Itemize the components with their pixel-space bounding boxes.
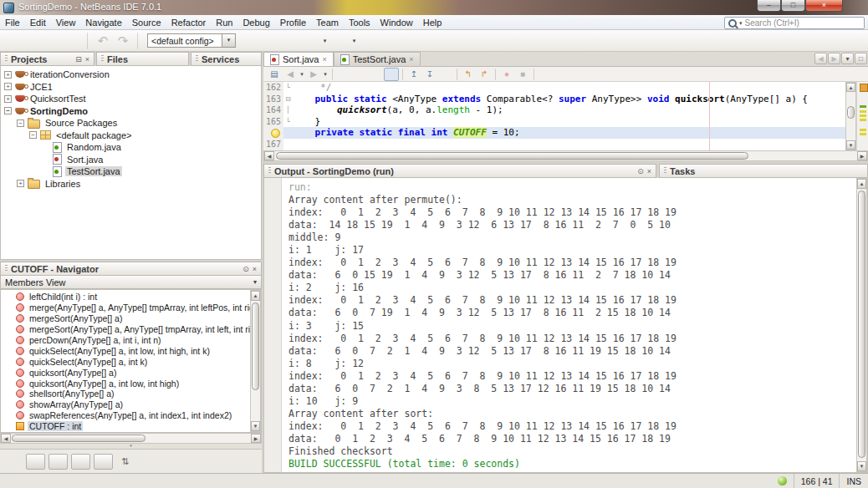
scroll-thumb[interactable] — [276, 152, 748, 160]
scroll-right-icon[interactable]: ▶ — [251, 434, 261, 443]
line-number-gutter[interactable]: 163 — [263, 94, 283, 105]
member-row[interactable]: quickSelect(AnyType[] a, int k) — [1, 356, 261, 367]
build-project-button[interactable] — [241, 32, 259, 50]
next-occurrence-button[interactable]: ↱ — [477, 68, 492, 81]
scroll-up-icon[interactable]: ▲ — [857, 179, 866, 189]
code-editor[interactable]: 162 └ */ 163 ⊟ public static <AnyType ex… — [263, 82, 868, 150]
menu-item[interactable]: Source — [127, 16, 166, 29]
new-project-button[interactable] — [23, 32, 42, 50]
code-fold-marker[interactable]: │ — [283, 104, 293, 116]
projects-tree[interactable]: + iterationConversion + JCE1 + Quicksort… — [0, 66, 262, 260]
menu-item[interactable]: Team — [311, 16, 344, 29]
tab-tasks[interactable]: Tasks — [659, 164, 868, 178]
show-inherited-filter-button[interactable] — [5, 455, 23, 469]
tree-row[interactable]: + QuicksortTest — [1, 93, 261, 105]
tree-row[interactable]: − <default package> — [1, 130, 261, 142]
scroll-thumb[interactable] — [847, 106, 855, 119]
menu-item[interactable]: View — [51, 16, 81, 29]
expand-toggle[interactable]: + — [4, 71, 12, 79]
tree-row[interactable]: − Source Packages — [1, 117, 261, 130]
find-previous-button[interactable] — [352, 68, 367, 81]
line-number-gutter[interactable]: 162 — [263, 82, 283, 94]
chevron-down-icon[interactable]: ▾ — [739, 20, 743, 27]
member-row[interactable]: quicksort(AnyType[] a, int low, int high… — [1, 378, 261, 389]
member-row[interactable]: mergeSort(AnyType[] a) — [1, 313, 261, 324]
scroll-thumb[interactable] — [12, 435, 146, 442]
menu-item[interactable]: Help — [418, 16, 447, 29]
output-console[interactable]: run:Array content after permute():index:… — [282, 178, 856, 472]
code-fold-marker[interactable] — [283, 127, 293, 139]
close-icon[interactable]: × — [647, 167, 651, 175]
navigator-members-list[interactable]: leftChild(int i) : int merge(AnyType[] a… — [0, 289, 262, 433]
open-project-button[interactable] — [43, 32, 62, 50]
member-row[interactable]: CUTOFF : int — [1, 421, 261, 432]
tab-files[interactable]: Files — [96, 52, 189, 66]
output-scrollbar[interactable]: ▲ ▼ — [856, 178, 867, 472]
sort-by-name-button[interactable]: ⇅ — [116, 455, 134, 469]
expand-toggle[interactable]: + — [4, 95, 12, 103]
expand-toggle[interactable]: − — [29, 131, 37, 139]
line-number-gutter[interactable]: 164 — [263, 104, 283, 116]
scroll-down-icon[interactable]: ▼ — [251, 421, 260, 431]
tab-projects[interactable]: Projects ⊟ × — [0, 52, 94, 66]
tab-services[interactable]: Services — [191, 52, 262, 66]
member-row[interactable]: shellsort(AnyType[] a) — [1, 389, 261, 399]
close-icon[interactable]: × — [409, 55, 413, 64]
scroll-up-icon[interactable]: ▲ — [846, 83, 855, 92]
pin-icon[interactable]: ⊙ — [637, 167, 644, 175]
tree-row[interactable]: + iterationConversion — [1, 69, 261, 81]
memory-status-icon[interactable] — [778, 476, 787, 485]
scroll-tabs-right-button[interactable]: ▶ — [828, 53, 840, 64]
member-row[interactable]: quicksort(AnyType[] a) — [1, 367, 261, 378]
close-icon[interactable]: × — [322, 55, 326, 64]
menu-item[interactable]: Refactor — [166, 16, 212, 29]
config-selector[interactable]: <default config> ▾ — [147, 33, 236, 48]
new-file-button[interactable] — [3, 32, 22, 50]
member-row[interactable]: leftChild(int i) : int — [1, 292, 261, 302]
tab-sort-java[interactable]: Sort.java × — [263, 52, 334, 66]
toggle-highlight-search-button[interactable] — [384, 68, 399, 81]
profile-dropdown[interactable]: ▾ — [350, 32, 358, 50]
menu-item[interactable]: Edit — [25, 16, 51, 29]
member-row[interactable]: mergeSort(AnyType[] a, AnyType[] tmpArra… — [1, 324, 261, 335]
close-icon[interactable]: × — [85, 55, 89, 64]
show-static-members-filter-button[interactable] — [49, 454, 68, 470]
line-number-gutter[interactable] — [263, 127, 283, 139]
forward-dropdown[interactable]: ▾ — [322, 68, 329, 81]
find-next-button[interactable] — [368, 68, 383, 81]
tree-row[interactable]: Random.java — [1, 141, 261, 154]
menu-item[interactable]: Tools — [344, 16, 375, 29]
back-dropdown[interactable]: ▾ — [299, 68, 305, 81]
show-fields-filter-button[interactable] — [26, 454, 45, 470]
close-button[interactable]: × — [805, 0, 843, 12]
show-tests-filter-button[interactable] — [94, 454, 113, 470]
code-fold-marker[interactable]: └ — [283, 116, 293, 128]
code-fold-marker[interactable]: └ — [283, 82, 293, 94]
members-scrollbar[interactable]: ▲ ▼ — [250, 290, 261, 432]
scroll-tabs-left-button[interactable]: ◀ — [814, 53, 827, 64]
member-row[interactable]: quickSelect(AnyType[] a, int low, int hi… — [1, 345, 261, 356]
tab-list-dropdown[interactable]: ▾ — [841, 53, 854, 64]
previous-occurrence-button[interactable]: ↰ — [461, 68, 476, 81]
close-icon[interactable]: × — [253, 265, 257, 273]
next-bookmark-button[interactable]: ↧ — [422, 68, 437, 81]
profile-project-button[interactable] — [330, 32, 349, 50]
code-fold-marker[interactable] — [283, 139, 293, 150]
member-row[interactable]: swapReferences(AnyType[] a, int index1, … — [1, 410, 261, 421]
uncomment-button[interactable] — [554, 68, 569, 81]
toggle-bookmark-button[interactable] — [438, 68, 453, 81]
previous-bookmark-button[interactable]: ↥ — [406, 68, 421, 81]
scroll-right-icon[interactable]: ▶ — [857, 151, 867, 160]
expand-toggle[interactable]: + — [4, 83, 12, 90]
clean-build-button[interactable] — [261, 32, 279, 50]
tab-testsort-java[interactable]: TestSort.java × — [334, 52, 421, 66]
menu-item[interactable]: Navigate — [80, 16, 126, 29]
expand-toggle[interactable]: − — [4, 107, 12, 114]
maximize-button[interactable]: □ — [781, 0, 805, 12]
menu-item[interactable]: Window — [375, 16, 418, 29]
scroll-thumb[interactable] — [252, 302, 259, 390]
run-project-button[interactable] — [281, 32, 299, 50]
find-selection-button[interactable] — [336, 68, 351, 81]
scroll-left-icon[interactable]: ◀ — [264, 151, 274, 160]
expand-toggle[interactable]: + — [17, 180, 24, 187]
